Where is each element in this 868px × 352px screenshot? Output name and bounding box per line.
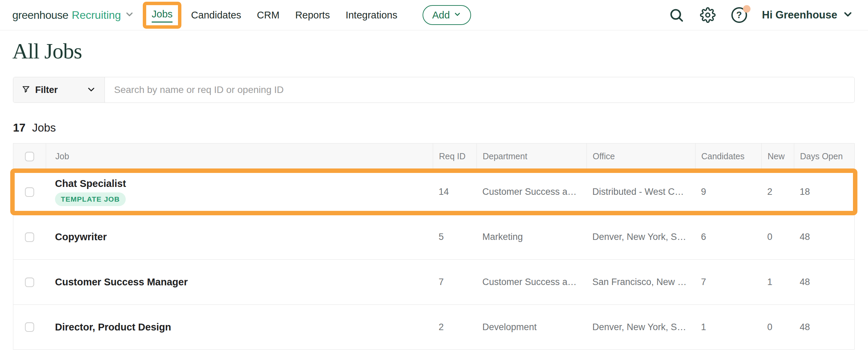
- req-id-value: 2: [439, 322, 444, 332]
- add-button[interactable]: Add: [423, 5, 471, 25]
- row-checkbox[interactable]: [25, 187, 34, 197]
- job-title-link[interactable]: Director, Product Design: [55, 322, 433, 333]
- new-value: 0: [767, 232, 772, 242]
- table-row-chat-specialist[interactable]: Chat Specialist TEMPLATE JOB 14 Customer…: [13, 169, 854, 214]
- department-value: Customer Success a…: [482, 277, 577, 287]
- candidates-value: 9: [701, 187, 706, 197]
- nav-item-candidates[interactable]: Candidates: [191, 10, 241, 21]
- row-checkbox[interactable]: [25, 322, 34, 332]
- logo-product-text: Recruiting: [72, 9, 121, 22]
- new-value: 2: [767, 187, 772, 197]
- row-checkbox[interactable]: [25, 232, 34, 242]
- column-header-candidates: Candidates: [695, 144, 761, 169]
- filter-chevron-down-icon: [86, 84, 96, 96]
- table-row-copywriter[interactable]: Copywriter 5 Marketing Denver, New York,…: [13, 214, 854, 259]
- table-header-select-cell: [13, 144, 46, 169]
- job-title-link[interactable]: Copywriter: [55, 231, 433, 243]
- help-icon[interactable]: ?: [731, 6, 748, 24]
- days-open-value: 18: [800, 187, 810, 197]
- department-value: Development: [482, 322, 537, 332]
- all-jobs-page: greenhouse Recruiting Jobs Candidates CR…: [0, 0, 868, 352]
- office-value: Distributed - West C…: [592, 187, 684, 197]
- days-open-value: 48: [800, 277, 810, 287]
- jobs-count: 17 Jobs: [13, 121, 868, 134]
- new-value: 1: [767, 277, 772, 287]
- search-icon[interactable]: [668, 6, 685, 24]
- column-header-office: Office: [587, 144, 695, 169]
- table-row-director-product-design[interactable]: Director, Product Design 2 Development D…: [13, 304, 854, 349]
- candidates-value: 1: [701, 322, 706, 332]
- column-header-req-id: Req ID: [433, 144, 477, 169]
- top-nav: greenhouse Recruiting Jobs Candidates CR…: [0, 0, 868, 30]
- jobs-count-number: 17: [13, 121, 26, 134]
- select-all-checkbox[interactable]: [25, 152, 34, 161]
- add-chevron-down-icon: [453, 10, 461, 21]
- office-value: San Francisco, New …: [592, 277, 687, 287]
- annotation-highlight-jobs-tab: Jobs: [143, 2, 181, 29]
- template-job-badge: TEMPLATE JOB: [55, 192, 126, 206]
- jobs-count-label: Jobs: [32, 121, 56, 134]
- office-value: Denver, New York, S…: [592, 232, 686, 242]
- user-menu-label: Hi Greenhouse: [762, 9, 838, 21]
- office-value: Denver, New York, S…: [592, 322, 686, 332]
- user-menu[interactable]: Hi Greenhouse: [762, 9, 854, 22]
- department-value: Customer Success a…: [482, 187, 577, 197]
- nav-item-crm[interactable]: CRM: [257, 10, 279, 21]
- logo-chevron-down-icon: [124, 9, 135, 21]
- nav-item-integrations[interactable]: Integrations: [346, 10, 398, 21]
- user-menu-chevron-down-icon: [842, 9, 854, 22]
- column-header-job: Job: [46, 144, 433, 169]
- job-title-link[interactable]: Customer Success Manager: [55, 276, 433, 288]
- help-notification-dot: [743, 5, 750, 13]
- job-title-link[interactable]: Chat Specialist: [55, 178, 433, 189]
- req-id-value: 14: [439, 187, 449, 197]
- table-row-customer-success-manager[interactable]: Customer Success Manager 7 Customer Succ…: [13, 259, 854, 304]
- jobs-search-input[interactable]: [105, 77, 854, 103]
- table-header-row: Job Req ID Department Office Candidates …: [13, 144, 854, 169]
- primary-nav: Jobs Candidates CRM Reports Integrations…: [143, 2, 471, 29]
- req-id-value: 5: [439, 232, 444, 242]
- page-title: All Jobs: [12, 39, 868, 64]
- filter-bar: Filter: [13, 77, 855, 103]
- jobs-table: Job Req ID Department Office Candidates …: [13, 143, 855, 350]
- filter-button[interactable]: Filter: [13, 77, 105, 103]
- filter-button-label: Filter: [35, 85, 58, 95]
- logo-brand-text: greenhouse: [12, 9, 68, 22]
- column-header-days-open: Days Open: [794, 144, 854, 169]
- column-header-department: Department: [477, 144, 587, 169]
- nav-item-reports[interactable]: Reports: [295, 10, 330, 21]
- days-open-value: 48: [800, 322, 810, 332]
- funnel-filter-icon: [22, 85, 30, 95]
- settings-gear-icon[interactable]: [699, 6, 716, 24]
- row-checkbox[interactable]: [25, 277, 34, 287]
- nav-item-jobs[interactable]: Jobs: [152, 9, 173, 23]
- candidates-value: 7: [701, 277, 706, 287]
- add-button-label: Add: [432, 10, 450, 21]
- greenhouse-logo[interactable]: greenhouse Recruiting: [12, 9, 135, 22]
- req-id-value: 7: [439, 277, 444, 287]
- days-open-value: 48: [800, 232, 810, 242]
- department-value: Marketing: [482, 232, 523, 242]
- column-header-new: New: [761, 144, 794, 169]
- candidates-value: 6: [701, 232, 706, 242]
- nav-utilities: ? Hi Greenhouse: [668, 6, 854, 24]
- new-value: 0: [767, 322, 772, 332]
